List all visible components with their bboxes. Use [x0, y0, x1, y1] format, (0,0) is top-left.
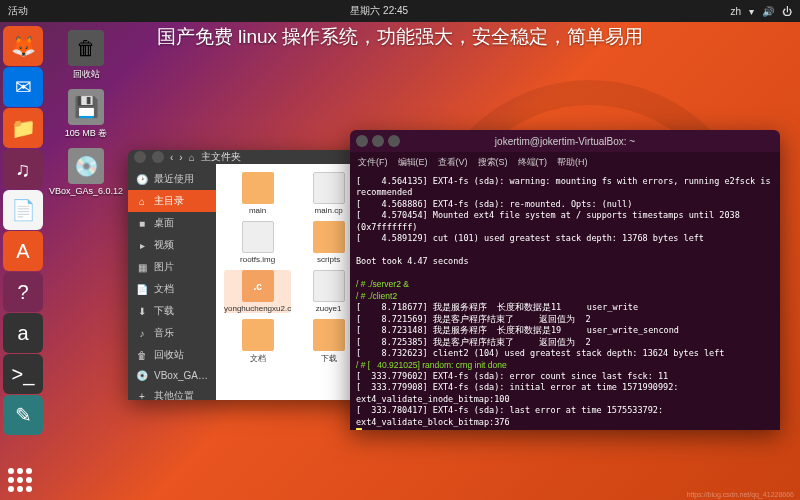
lang-indicator[interactable]: zh [730, 6, 741, 17]
file-label: main [249, 206, 266, 215]
clock[interactable]: 星期六 22:45 [28, 4, 730, 18]
desktop-label: 105 MB 卷 [65, 127, 108, 140]
nav-fwd-icon[interactable]: › [179, 152, 182, 163]
desktop-icons: 🗑回收站💾105 MB 卷💿VBox_GAs_6.0.12 [54, 30, 118, 204]
sidebar-label: 桌面 [154, 216, 174, 230]
sidebar-icon: 💿 [136, 370, 148, 381]
sidebar-icon: ▸ [136, 240, 148, 251]
home-icon[interactable]: ⌂ [189, 152, 195, 163]
terminal-window[interactable]: jokertim@jokertim-VirtualBox: ~ 文件(F)编辑(… [350, 130, 780, 430]
fm-title-text: 主文件夹 [201, 150, 241, 164]
sidebar-item[interactable]: ♪音乐 [128, 322, 216, 344]
menu-item[interactable]: 编辑(E) [398, 156, 428, 169]
sidebar-label: 其他位置 [154, 389, 194, 400]
fm-titlebar[interactable]: ‹ › ⌂ 主文件夹 [128, 150, 368, 164]
sidebar-item[interactable]: +其他位置 [128, 385, 216, 400]
sidebar-label: 回收站 [154, 348, 184, 362]
vbox-icon: 💿 [68, 148, 104, 184]
sidebar-icon: 📄 [136, 284, 148, 295]
folder-icon [313, 221, 345, 253]
sidebar-item[interactable]: ⬇下载 [128, 300, 216, 322]
launcher-dock: 🦊✉📁♫📄A?a>_✎ [0, 22, 46, 500]
sidebar-label: VBox_GA… [154, 370, 208, 381]
sidebar-label: 图片 [154, 260, 174, 274]
launcher-files[interactable]: 📁 [3, 108, 43, 148]
sidebar-icon: + [136, 391, 148, 401]
menu-item[interactable]: 查看(V) [438, 156, 468, 169]
sidebar-icon: ⌂ [136, 196, 148, 207]
volume-icon[interactable]: 🔊 [762, 6, 774, 17]
sidebar-item[interactable]: 📄文档 [128, 278, 216, 300]
file-item[interactable]: main [224, 172, 291, 215]
menu-item[interactable]: 文件(F) [358, 156, 388, 169]
fm-sidebar: 🕑最近使用⌂主目录■桌面▸视频▦图片📄文档⬇下载♪音乐🗑回收站💿VBox_GA…… [128, 164, 216, 400]
sidebar-icon: ■ [136, 218, 148, 229]
sidebar-icon: 🗑 [136, 350, 148, 361]
volume-icon: 💾 [68, 89, 104, 125]
menu-item[interactable]: 终端(T) [518, 156, 548, 169]
desktop-vbox[interactable]: 💿VBox_GAs_6.0.12 [54, 148, 118, 196]
power-icon[interactable]: ⏻ [782, 6, 792, 17]
sidebar-label: 最近使用 [154, 172, 194, 186]
file-label: 文档 [250, 353, 266, 364]
minimize-icon[interactable] [152, 151, 164, 163]
nav-back-icon[interactable]: ‹ [170, 152, 173, 163]
close-icon[interactable] [356, 135, 368, 147]
launcher-software[interactable]: A [3, 231, 43, 271]
menu-item[interactable]: 帮助(H) [557, 156, 588, 169]
sidebar-icon: ▦ [136, 262, 148, 273]
launcher-thunderbird[interactable]: ✉ [3, 67, 43, 107]
top-bar: 活动 星期六 22:45 zh ▾ 🔊 ⏻ [0, 0, 800, 22]
sidebar-item[interactable]: ■桌面 [128, 212, 216, 234]
sidebar-item[interactable]: 🕑最近使用 [128, 168, 216, 190]
desktop-volume[interactable]: 💾105 MB 卷 [54, 89, 118, 140]
file-label: rootfs.img [240, 255, 275, 264]
sidebar-icon: ♪ [136, 328, 148, 339]
launcher-rhythmbox[interactable]: ♫ [3, 149, 43, 189]
file-label: 下载 [321, 353, 337, 364]
file-label: yonghuchengxu2.c [224, 304, 291, 313]
sidebar-icon: 🕑 [136, 174, 148, 185]
term-menubar: 文件(F)编辑(E)查看(V)搜索(S)终端(T)帮助(H) [350, 152, 780, 172]
network-icon[interactable]: ▾ [749, 6, 754, 17]
close-icon[interactable] [134, 151, 146, 163]
sidebar-label: 视频 [154, 238, 174, 252]
file-item[interactable]: .cyonghuchengxu2.c [224, 270, 291, 313]
term-title-text: jokertim@jokertim-VirtualBox: ~ [495, 136, 635, 147]
term-titlebar[interactable]: jokertim@jokertim-VirtualBox: ~ [350, 130, 780, 152]
sidebar-item[interactable]: 🗑回收站 [128, 344, 216, 366]
desktop-label: 回收站 [73, 68, 100, 81]
launcher-libreoffice[interactable]: 📄 [3, 190, 43, 230]
folder-icon [313, 319, 345, 351]
doc-icon [242, 221, 274, 253]
sidebar-item[interactable]: ⌂主目录 [128, 190, 216, 212]
sidebar-item[interactable]: 💿VBox_GA… [128, 366, 216, 385]
file-item[interactable]: rootfs.img [224, 221, 291, 264]
banner-text: 国产免费 linux 操作系统，功能强大，安全稳定，简单易用 [0, 22, 800, 52]
fm-file-grid: mainmain.cprootfs.imgscripts.cyonghuchen… [216, 164, 368, 400]
menu-item[interactable]: 搜索(S) [478, 156, 508, 169]
file-manager-window[interactable]: ‹ › ⌂ 主文件夹 🕑最近使用⌂主目录■桌面▸视频▦图片📄文档⬇下载♪音乐🗑回… [128, 150, 368, 400]
activities-button[interactable]: 活动 [8, 4, 28, 18]
launcher-editor[interactable]: ✎ [3, 395, 43, 435]
file-item[interactable]: 文档 [224, 319, 291, 364]
sidebar-label: 音乐 [154, 326, 174, 340]
doc-icon [313, 270, 345, 302]
file-label: scripts [317, 255, 340, 264]
minimize-icon[interactable] [372, 135, 384, 147]
file-label: zuoye1 [316, 304, 342, 313]
sidebar-item[interactable]: ▸视频 [128, 234, 216, 256]
file-label: main.cp [315, 206, 343, 215]
launcher-terminal[interactable]: >_ [3, 354, 43, 394]
launcher-amazon[interactable]: a [3, 313, 43, 353]
sidebar-label: 主目录 [154, 194, 184, 208]
maximize-icon[interactable] [388, 135, 400, 147]
desktop-label: VBox_GAs_6.0.12 [49, 186, 123, 196]
doc-icon [313, 172, 345, 204]
sidebar-item[interactable]: ▦图片 [128, 256, 216, 278]
sidebar-icon: ⬇ [136, 306, 148, 317]
launcher-help[interactable]: ? [3, 272, 43, 312]
term-output[interactable]: [ 4.564135] EXT4-fs (sda): warning: moun… [350, 172, 780, 430]
folder-icon [242, 319, 274, 351]
folder-icon [242, 172, 274, 204]
